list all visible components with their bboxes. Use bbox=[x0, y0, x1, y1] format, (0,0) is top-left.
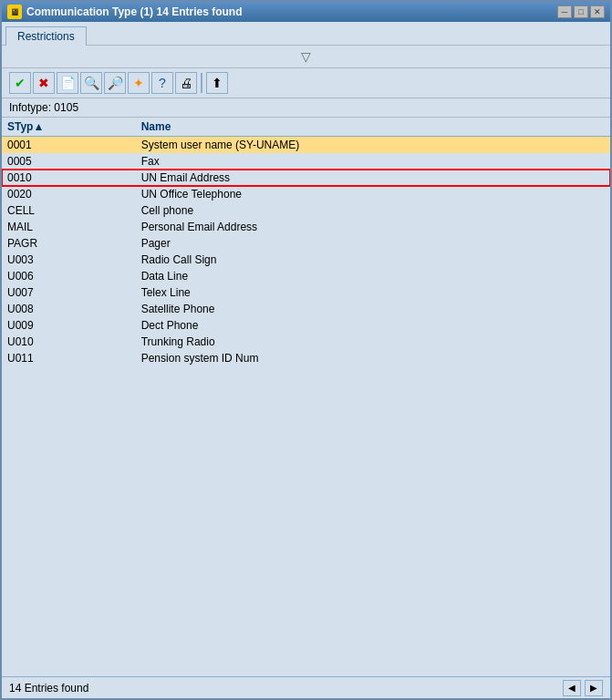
window-icon: 🖥 bbox=[7, 5, 22, 19]
name-cell: Radio Call Sign bbox=[136, 252, 610, 268]
status-bar: 14 Entries found ◀ ▶ bbox=[2, 676, 610, 698]
maximize-button[interactable]: □ bbox=[574, 5, 588, 18]
name-cell: System user name (SY-UNAME) bbox=[136, 137, 610, 154]
styp-cell: U008 bbox=[2, 301, 136, 317]
name-cell: UN Office Telephone bbox=[136, 186, 610, 202]
name-cell: Dect Phone bbox=[136, 317, 610, 334]
window-title: Communication Type (1) 14 Entries found bbox=[26, 5, 242, 18]
table-row[interactable]: 0020UN Office Telephone bbox=[2, 186, 610, 202]
toolbar-separator bbox=[201, 73, 202, 93]
table-row[interactable]: 0005Fax bbox=[2, 153, 610, 170]
styp-cell: 0001 bbox=[2, 137, 136, 154]
print-button[interactable]: 🖨 bbox=[175, 72, 197, 94]
styp-cell: CELL bbox=[2, 202, 136, 219]
styp-cell: U011 bbox=[2, 350, 136, 366]
name-cell: Pension system ID Num bbox=[136, 350, 610, 366]
filter-bar: ▽ bbox=[2, 46, 610, 68]
close-button[interactable]: ✕ bbox=[590, 5, 605, 18]
toolbar: ✔ ✖ 📄 🔍 🔎 ✦ ? 🖨 ⬆ bbox=[2, 68, 610, 98]
name-cell: Pager bbox=[136, 235, 610, 252]
name-cell: Satellite Phone bbox=[136, 301, 610, 317]
table-header-row: STyp▲ Name bbox=[2, 118, 610, 137]
name-cell: Data Line bbox=[136, 268, 610, 284]
table-row[interactable]: 0001System user name (SY-UNAME) bbox=[2, 137, 610, 154]
name-cell: Fax bbox=[136, 153, 610, 170]
infotype-label: Infotype: 0105 bbox=[9, 101, 78, 114]
styp-cell: U007 bbox=[2, 284, 136, 301]
title-bar-left: 🖥 Communication Type (1) 14 Entries foun… bbox=[7, 5, 242, 19]
table-row[interactable]: U009Dect Phone bbox=[2, 317, 610, 334]
find-all-button[interactable]: 🔎 bbox=[104, 72, 126, 94]
table-row[interactable]: U010Trunking Radio bbox=[2, 334, 610, 350]
styp-cell: 0010 bbox=[2, 170, 136, 186]
favorites-button[interactable]: ✦ bbox=[128, 72, 150, 94]
status-btn-right[interactable]: ▶ bbox=[585, 680, 603, 696]
title-controls: ─ □ ✕ bbox=[557, 5, 605, 18]
name-cell: UN Email Address bbox=[136, 170, 610, 186]
table-row[interactable]: U007Telex Line bbox=[2, 284, 610, 301]
name-cell: Trunking Radio bbox=[136, 334, 610, 350]
name-column-header: Name bbox=[136, 118, 610, 137]
status-right: ◀ ▶ bbox=[563, 680, 603, 696]
name-cell: Telex Line bbox=[136, 284, 610, 301]
table-row[interactable]: U003Radio Call Sign bbox=[2, 252, 610, 268]
info-button[interactable]: ? bbox=[151, 72, 173, 94]
new-document-button[interactable]: 📄 bbox=[57, 72, 78, 94]
upload-button[interactable]: ⬆ bbox=[206, 72, 228, 94]
title-bar: 🖥 Communication Type (1) 14 Entries foun… bbox=[2, 2, 610, 22]
styp-column-header[interactable]: STyp▲ bbox=[2, 118, 136, 137]
main-window: 🖥 Communication Type (1) 14 Entries foun… bbox=[0, 0, 612, 700]
table-row[interactable]: U006Data Line bbox=[2, 268, 610, 284]
filter-icon: ▽ bbox=[301, 49, 311, 64]
minimize-button[interactable]: ─ bbox=[557, 5, 572, 18]
styp-cell: U003 bbox=[2, 252, 136, 268]
table-row[interactable]: U008Satellite Phone bbox=[2, 301, 610, 317]
styp-cell: 0005 bbox=[2, 153, 136, 170]
check-button[interactable]: ✔ bbox=[9, 72, 31, 94]
restrictions-tab[interactable]: Restrictions bbox=[5, 26, 87, 46]
tab-bar: Restrictions bbox=[2, 22, 610, 46]
styp-cell: U009 bbox=[2, 317, 136, 334]
name-cell: Cell phone bbox=[136, 202, 610, 219]
find-button[interactable]: 🔍 bbox=[80, 72, 102, 94]
status-btn-left[interactable]: ◀ bbox=[563, 680, 581, 696]
table-row[interactable]: U011Pension system ID Num bbox=[2, 350, 610, 366]
table-row[interactable]: MAILPersonal Email Address bbox=[2, 219, 610, 235]
content-area: STyp▲ Name 0001System user name (SY-UNAM… bbox=[2, 118, 610, 676]
styp-cell: MAIL bbox=[2, 219, 136, 235]
cancel-button[interactable]: ✖ bbox=[33, 72, 55, 94]
styp-cell: PAGR bbox=[2, 235, 136, 252]
name-cell: Personal Email Address bbox=[136, 219, 610, 235]
data-table: STyp▲ Name 0001System user name (SY-UNAM… bbox=[2, 118, 610, 366]
status-text: 14 Entries found bbox=[9, 682, 88, 695]
table-row[interactable]: PAGRPager bbox=[2, 235, 610, 252]
styp-cell: 0020 bbox=[2, 186, 136, 202]
styp-cell: U006 bbox=[2, 268, 136, 284]
table-row[interactable]: 0010UN Email Address bbox=[2, 170, 610, 186]
table-row[interactable]: CELLCell phone bbox=[2, 202, 610, 219]
styp-cell: U010 bbox=[2, 334, 136, 350]
infotype-bar: Infotype: 0105 bbox=[2, 98, 610, 118]
